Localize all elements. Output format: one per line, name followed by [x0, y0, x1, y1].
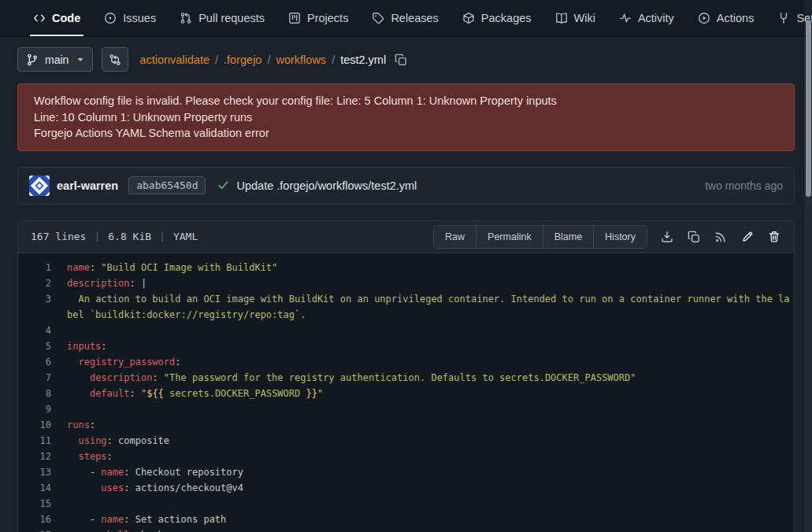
- code-token: [67, 530, 101, 532]
- code-token: [67, 357, 78, 368]
- raw-button[interactable]: Raw: [434, 226, 476, 248]
- code-token: name: [101, 467, 124, 478]
- tab-label: Releases: [391, 12, 438, 24]
- line-number[interactable]: 6: [18, 354, 62, 370]
- code-token: : Checkout repository: [124, 467, 243, 478]
- delete-button[interactable]: [762, 225, 786, 249]
- code-token: [67, 451, 78, 462]
- tag-icon: [372, 12, 384, 24]
- download-icon: [661, 231, 673, 243]
- line-number[interactable]: 8: [18, 386, 62, 401]
- history-button[interactable]: History: [594, 226, 647, 248]
- code-token: :: [107, 451, 113, 462]
- download-button[interactable]: [655, 225, 679, 249]
- tab-releases[interactable]: Releases: [362, 0, 447, 36]
- line-number[interactable]: 9: [18, 401, 62, 417]
- code-line: 9: [18, 401, 794, 417]
- copy-path-icon[interactable]: [395, 54, 407, 66]
- code-token: : composite: [107, 435, 169, 446]
- tab-code[interactable]: Code: [24, 0, 90, 36]
- file-view-button-group: RawPermalinkBlameHistory: [433, 225, 647, 249]
- workflow-error-banner: Workflow config file is invalid. Please …: [17, 83, 795, 151]
- line-number[interactable]: 16: [18, 512, 62, 527]
- commit-status-check-icon[interactable]: [217, 179, 229, 191]
- commit-timestamp: two months ago: [705, 179, 783, 192]
- code-token: [67, 435, 78, 446]
- line-number[interactable]: 15: [18, 496, 62, 512]
- line-content: description: |: [62, 275, 794, 291]
- line-number[interactable]: 11: [18, 433, 62, 449]
- file-action-icons: [655, 225, 786, 249]
- code-token: -: [67, 514, 101, 525]
- code-token: : actions/checkout@v4: [124, 482, 243, 493]
- commit-author[interactable]: earl-warren: [57, 179, 118, 192]
- line-content: An action to build an OCI image with Bui…: [62, 291, 794, 323]
- tab-activity[interactable]: Activity: [610, 0, 684, 36]
- tab-label: Actions: [717, 12, 755, 24]
- code-line: 1name: "Build OCI Image with BuildKit": [18, 260, 794, 275]
- line-number[interactable]: 4: [18, 323, 62, 338]
- line-number[interactable]: 2: [18, 275, 62, 291]
- code-token: description: [67, 278, 129, 289]
- edit-button[interactable]: [736, 225, 759, 249]
- tab-issues[interactable]: Issues: [95, 0, 165, 36]
- edit-icon: [741, 231, 754, 243]
- rss-button[interactable]: [709, 225, 732, 249]
- code-line: 4: [18, 323, 794, 338]
- scrollbar-thumb[interactable]: [806, 20, 811, 197]
- line-number[interactable]: 7: [18, 370, 62, 386]
- code-token: ": [317, 388, 323, 399]
- blame-button[interactable]: Blame: [543, 226, 594, 248]
- book-icon: [555, 12, 568, 24]
- copy-icon: [688, 231, 700, 243]
- commit-message[interactable]: Update .forgejo/workflows/test2.yml: [236, 179, 417, 192]
- line-number[interactable]: 13: [18, 464, 62, 480]
- tab-wiki[interactable]: Wiki: [546, 0, 605, 36]
- tab-label: Issues: [123, 12, 156, 24]
- line-number[interactable]: 10: [18, 417, 62, 433]
- line-number[interactable]: 3: [18, 291, 62, 323]
- tab-projects[interactable]: Projects: [279, 0, 358, 36]
- file-line-count: 167 lines: [31, 231, 86, 242]
- line-number[interactable]: 5: [18, 338, 62, 354]
- code-token: }}: [306, 388, 317, 399]
- tools-icon: [777, 12, 790, 24]
- breadcrumb-link[interactable]: actionvalidate: [139, 54, 209, 66]
- avatar[interactable]: [29, 175, 50, 196]
- rss-icon: [714, 231, 727, 243]
- branch-selector-button[interactable]: main: [17, 47, 93, 72]
- compare-button[interactable]: [102, 47, 128, 72]
- code-token: [67, 388, 90, 399]
- code-line: 6 registry_password:: [18, 354, 794, 370]
- code-line: 15: [18, 496, 794, 512]
- project-icon: [288, 12, 301, 24]
- tab-actions[interactable]: Actions: [688, 0, 764, 36]
- tab-label: Projects: [307, 12, 348, 24]
- code-token: :: [129, 388, 140, 399]
- code-line: 14 uses: actions/checkout@v4: [18, 480, 794, 496]
- line-content: shell: bash: [62, 527, 794, 532]
- line-number[interactable]: 17: [18, 527, 62, 532]
- tab-packages[interactable]: Packages: [453, 0, 541, 36]
- code-view: 1name: "Build OCI Image with BuildKit"2d…: [18, 253, 794, 532]
- line-number[interactable]: 14: [18, 480, 62, 496]
- tab-pull-requests[interactable]: Pull requests: [170, 0, 274, 36]
- commit-hash[interactable]: abab65450d: [128, 176, 206, 194]
- line-number[interactable]: 1: [18, 260, 62, 275]
- tab-label: Pull requests: [198, 12, 265, 24]
- code-token: : Set actions path: [124, 514, 226, 525]
- permalink-button[interactable]: Permalink: [476, 226, 543, 248]
- line-content: using: composite: [62, 433, 794, 449]
- line-number[interactable]: 12: [18, 449, 62, 464]
- line-content: [62, 401, 794, 417]
- breadcrumb-link[interactable]: workflows: [276, 54, 326, 66]
- breadcrumb-current-file: test2.yml: [340, 54, 386, 66]
- code-token: :: [90, 419, 95, 430]
- breadcrumb-link[interactable]: .forgejo: [224, 54, 261, 66]
- delete-icon: [768, 231, 780, 243]
- error-banner-line: Forgejo Actions YAML Schema validation e…: [34, 125, 778, 142]
- copy-button[interactable]: [682, 225, 706, 249]
- git-compare-icon: [109, 54, 121, 66]
- code-token: [67, 482, 101, 493]
- play-circle-icon: [698, 12, 710, 24]
